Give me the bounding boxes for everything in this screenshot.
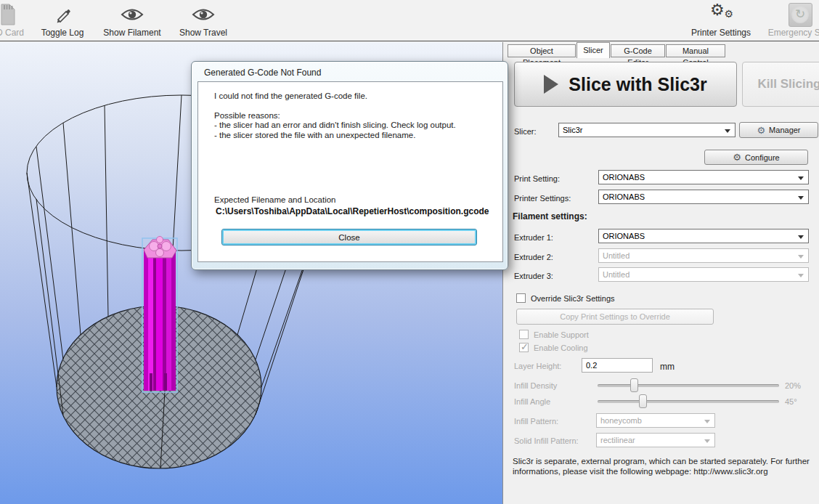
emergency-stop-icon: ↻ [789, 3, 812, 26]
gear-icon: ⚙ [733, 152, 741, 163]
toggle-log-button[interactable]: Toggle Log [32, 0, 93, 41]
tab-strip: Object Placement Slicer G-Code Editor Ma… [503, 42, 819, 57]
dialog-message: I could not find the generated G-code fi… [214, 92, 456, 140]
expected-filename-label: Expected Filename and Location [214, 195, 336, 204]
play-icon [544, 75, 558, 94]
infill-density-value: 20% [785, 381, 801, 390]
sd-card-button: SD Card [0, 0, 26, 41]
pencil-icon [52, 3, 73, 26]
kill-slicing-button: Kill Slicing [742, 62, 819, 107]
layer-height-label: Layer Height: [514, 362, 561, 370]
dialog-body: I could not find the generated G-code fi… [197, 81, 503, 262]
infill-density-slider-thumb[interactable] [630, 378, 638, 392]
extruder3-select: Untitled [598, 267, 809, 282]
main-toolbar: SD Card Toggle Log Show Filament Show Tr… [0, 0, 819, 41]
manager-button[interactable]: ⚙ Manager [739, 122, 818, 138]
tab-manual-control[interactable]: Manual Control [666, 44, 725, 57]
sd-card-icon [0, 3, 16, 26]
filament-settings-heading: Filament settings: [513, 211, 587, 221]
emergency-stop-button: ↻ Emergency Stop [761, 0, 819, 41]
chevron-down-icon [725, 129, 730, 133]
extruder2-label: Extruder 2: [514, 253, 553, 261]
eye-icon [120, 3, 144, 26]
model-object[interactable] [142, 237, 177, 393]
enable-cooling-label: Enable Cooling [534, 344, 588, 352]
tab-gcode-editor[interactable]: G-Code Editor [611, 44, 665, 57]
layer-height-input[interactable] [582, 358, 653, 373]
chevron-down-icon [704, 420, 710, 423]
chevron-down-icon [798, 196, 804, 200]
slicer-panel: Object Placement Slicer G-Code Editor Ma… [502, 42, 819, 504]
slicer-label: Slicer: [514, 127, 537, 136]
copy-print-settings-button: Copy Print Settings to Override [516, 309, 714, 325]
chevron-down-icon [798, 176, 804, 180]
gcode-not-found-dialog: Generated G-Code Not Found I could not f… [191, 61, 508, 270]
gears-icon: ⚙⚙ [709, 3, 733, 26]
gear-icon: ⚙ [757, 125, 765, 136]
infill-density-slider[interactable] [598, 384, 779, 387]
eye-icon [191, 3, 216, 26]
infill-angle-value: 45° [785, 397, 797, 406]
emergency-stop-label: Emergency Stop [768, 28, 819, 38]
dialog-title: Generated G-Code Not Found [204, 68, 321, 78]
override-settings-label: Override Slic3r Settings [531, 294, 615, 303]
infill-pattern-select: honeycomb [596, 413, 715, 428]
show-filament-button[interactable]: Show Filament [97, 0, 167, 41]
chevron-down-icon [798, 255, 804, 259]
printer-settings-label: Printer Settings: [514, 194, 571, 203]
show-travel-label: Show Travel [179, 28, 227, 38]
enable-cooling-checkbox [519, 343, 529, 352]
sd-card-label: SD Card [0, 28, 24, 38]
print-setting-label: Print Setting: [514, 174, 560, 183]
print-setting-select[interactable]: ORIONABS [598, 170, 809, 184]
tab-slicer[interactable]: Slicer [576, 42, 610, 58]
show-filament-label: Show Filament [103, 28, 160, 38]
chevron-down-icon [798, 235, 804, 239]
infill-density-label: Infill Density [514, 381, 557, 390]
enable-support-checkbox [519, 330, 529, 339]
enable-support-label: Enable Support [534, 330, 589, 339]
printer-settings-select[interactable]: ORIONABS [598, 190, 809, 204]
show-travel-button[interactable]: Show Travel [171, 0, 235, 41]
tab-object-placement[interactable]: Object Placement [508, 44, 576, 57]
extruder3-label: Extruder 3: [514, 272, 553, 280]
solid-infill-pattern-select: rectilinear [596, 433, 715, 447]
slicer-select[interactable]: Slic3r [558, 123, 736, 137]
extruder1-select[interactable]: ORIONABS [598, 229, 809, 243]
infill-pattern-label: Infill Pattern: [514, 417, 558, 426]
slice-button[interactable]: Slice with Slic3r [514, 62, 737, 107]
expected-filename-path: C:\Users\Toshiba\AppData\Local\RepetierH… [216, 206, 489, 216]
extruder1-label: Extruder 1: [514, 233, 553, 242]
infill-angle-label: Infill Angle [514, 397, 550, 406]
repetier-host-window: SD Card Toggle Log Show Filament Show Tr… [0, 0, 819, 504]
close-button[interactable]: Close [221, 229, 477, 245]
extruder2-select: Untitled [598, 248, 809, 263]
toggle-log-label: Toggle Log [41, 28, 84, 38]
infill-angle-slider-thumb[interactable] [639, 394, 647, 408]
printer-settings-label: Printer Settings [691, 28, 751, 38]
printer-settings-button[interactable]: ⚙⚙ Printer Settings [681, 0, 761, 41]
solid-infill-pattern-label: Solid Infill Pattern: [514, 436, 579, 445]
configure-button[interactable]: ⚙ Configure [704, 150, 808, 165]
slic3r-info-note: Slic3r is separate, external program, wh… [513, 456, 816, 476]
layer-height-unit: mm [660, 362, 675, 372]
chevron-down-icon [798, 274, 804, 277]
infill-angle-slider[interactable] [598, 400, 779, 403]
override-settings-checkbox[interactable] [516, 293, 526, 303]
chevron-down-icon [704, 439, 710, 443]
